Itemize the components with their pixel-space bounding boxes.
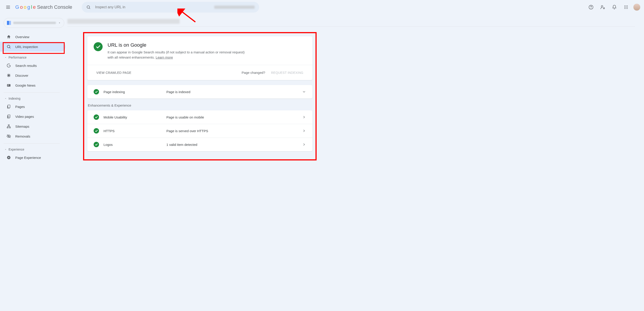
chevron-right-icon (302, 142, 306, 147)
status-check-icon (94, 128, 99, 133)
svg-point-9 (626, 7, 626, 7)
row-label: Mobile Usability (104, 115, 162, 119)
nav-label: Pages (15, 105, 25, 109)
svg-rect-17 (7, 84, 10, 87)
hamburger-icon (6, 5, 10, 10)
chevron-down-icon (4, 97, 7, 100)
status-check-icon (94, 142, 99, 147)
svg-rect-20 (8, 105, 10, 108)
section-performance[interactable]: Performance (4, 53, 66, 61)
nav-discover[interactable]: Discover (0, 70, 66, 80)
svg-point-5 (624, 5, 625, 6)
search-icon (86, 5, 91, 9)
nav-page-experience[interactable]: Page Experience (0, 153, 66, 162)
svg-point-8 (624, 7, 625, 7)
page-indexing-card: Page indexing Page is indexed (87, 85, 312, 98)
check-icon (94, 115, 98, 119)
svg-point-12 (626, 8, 626, 9)
menu-button[interactable] (4, 3, 12, 12)
nav-search-results[interactable]: Search results (0, 61, 66, 70)
svg-point-10 (627, 7, 628, 7)
request-indexing-button[interactable]: REQUEST INDEXING (268, 69, 307, 77)
property-icon (7, 21, 11, 25)
nav-video-pages[interactable]: Video pages (0, 111, 66, 121)
app-logo: Google Search Console (15, 4, 72, 10)
url-search-input[interactable] (95, 5, 210, 9)
svg-point-6 (626, 5, 626, 6)
pages-icon (6, 104, 11, 109)
svg-point-7 (627, 5, 628, 6)
nav-google-news[interactable]: Google News (0, 80, 66, 90)
nav-overview[interactable]: Overview (0, 32, 66, 42)
redacted-property-name (13, 22, 56, 24)
svg-point-2 (591, 8, 591, 8)
svg-point-0 (87, 5, 90, 8)
url-status-card: URL is on Google It can appear in Google… (87, 36, 312, 80)
check-icon (94, 90, 98, 94)
sitemap-icon (6, 124, 11, 129)
svg-rect-18 (8, 85, 9, 85)
nav-label: Google News (15, 83, 36, 87)
apps-button[interactable] (622, 3, 630, 12)
url-search-box[interactable] (82, 2, 259, 12)
nav-label: Sitemaps (15, 125, 30, 128)
nav-label: Video pages (15, 115, 34, 118)
bell-icon (612, 5, 617, 10)
search-icon (6, 44, 11, 49)
svg-point-4 (603, 8, 605, 9)
account-avatar[interactable] (633, 3, 640, 11)
nav-label: URL inspection (15, 45, 38, 49)
status-check-icon (94, 42, 102, 51)
notifications-button[interactable] (610, 3, 619, 12)
learn-more-link[interactable]: Learn more (156, 55, 173, 59)
svg-rect-23 (7, 127, 8, 128)
nav-label: Overview (15, 35, 30, 39)
check-icon (94, 143, 98, 146)
chevron-down-icon (58, 21, 61, 24)
mobile-usability-row[interactable]: Mobile Usability Page is usable on mobil… (87, 110, 312, 124)
chevron-down-icon (302, 90, 306, 94)
svg-rect-24 (10, 127, 10, 128)
enhancements-card: Mobile Usability Page is usable on mobil… (87, 110, 312, 151)
nav-pages[interactable]: Pages (0, 102, 66, 111)
svg-point-3 (601, 5, 603, 7)
status-check-icon (94, 89, 99, 94)
row-value: Page is indexed (166, 90, 298, 94)
news-icon (6, 83, 11, 87)
asterisk-icon (6, 73, 11, 78)
users-settings-button[interactable] (598, 3, 607, 12)
nav-sitemaps[interactable]: Sitemaps (0, 121, 66, 131)
property-selector[interactable] (4, 18, 64, 28)
help-button[interactable] (586, 3, 596, 12)
status-description: It can appear in Google Search results (… (108, 50, 251, 60)
https-row[interactable]: HTTPS Page is served over HTTPS (87, 124, 312, 138)
status-check-icon (94, 114, 99, 120)
chevron-right-icon (302, 129, 306, 133)
row-label: Page indexing (104, 90, 162, 94)
section-experience[interactable]: Experience (4, 145, 66, 153)
check-icon (95, 44, 101, 50)
row-value: Page is served over HTTPS (166, 129, 298, 133)
section-indexing[interactable]: Indexing (4, 94, 66, 102)
page-indexing-row[interactable]: Page indexing Page is indexed (87, 85, 312, 98)
row-value: 1 valid item detected (166, 143, 298, 147)
svg-point-16 (7, 45, 10, 48)
page-changed-label: Page changed? (242, 71, 265, 74)
nav-label: Search results (15, 64, 37, 67)
nav-label: Page Experience (15, 156, 41, 160)
view-crawled-page-button[interactable]: VIEW CRAWLED PAGE (93, 69, 135, 77)
circle-plus-icon (6, 155, 11, 160)
svg-point-13 (627, 8, 628, 9)
nav-url-inspection[interactable]: URL inspection (0, 42, 66, 52)
check-icon (94, 129, 98, 133)
home-icon (6, 34, 11, 39)
row-value: Page is usable on mobile (166, 115, 298, 119)
nav-removals[interactable]: Removals (0, 131, 66, 141)
person-gear-icon (600, 5, 605, 10)
video-pages-icon (6, 114, 11, 119)
help-icon (588, 5, 594, 10)
svg-rect-19 (8, 85, 8, 86)
nav-label: Removals (15, 134, 30, 138)
row-label: HTTPS (104, 129, 162, 133)
logos-row[interactable]: Logos 1 valid item detected (87, 138, 312, 151)
